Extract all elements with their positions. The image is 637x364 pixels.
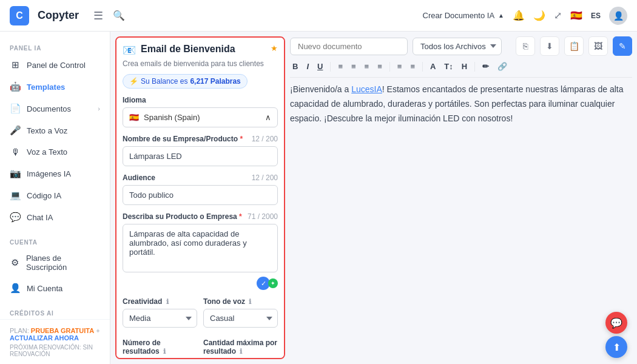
align-center-button[interactable]: ≡ (349, 61, 359, 72)
align-left-button[interactable]: ≡ (335, 61, 345, 72)
cantidad-info-icon: ℹ (240, 348, 242, 355)
download-icon-btn[interactable]: ⬇ (540, 36, 559, 56)
sidebar-label-imagenes-ia: Imágenes IA (27, 169, 71, 178)
describe-textarea[interactable]: Lámparas de alta capacidad de alumbrado,… (123, 224, 278, 272)
share-icon-btn[interactable]: 📋 (564, 36, 584, 56)
copy-icon-btn[interactable]: ⎘ (516, 36, 535, 56)
avatar[interactable]: 👤 (609, 7, 627, 25)
sidebar-item-chat-ia[interactable]: 💬 Chat IA (0, 206, 110, 228)
sidebar-item-codigo-ia[interactable]: 💻 Código IA (0, 184, 110, 206)
font-size-button[interactable]: T↕ (442, 61, 455, 72)
num-resultados-label: Número de resultados ℹ (123, 339, 197, 356)
chevron-up-icon: ∧ (265, 113, 271, 122)
tono-info-icon: ℹ (249, 298, 251, 305)
nombre-input[interactable] (123, 146, 278, 166)
sidebar-item-mi-cuenta[interactable]: 👤 Mi Cuenta (0, 277, 110, 299)
plans-icon: ⚙ (10, 257, 20, 268)
doc-icon: 📄 (10, 103, 21, 114)
creatividad-select[interactable]: Media (123, 309, 197, 328)
align-right-button[interactable]: ≡ (362, 61, 372, 72)
mic-icon: 🎤 (10, 125, 21, 136)
describe-group: Describa su Producto o Empresa * 71 / 20… (123, 212, 278, 290)
sidebar-item-templates[interactable]: 🤖 Templates (0, 76, 110, 98)
ordered-list-button[interactable]: ≡ (395, 61, 405, 72)
idioma-group: Idioma 🇪🇸 Spanish (Spain) ∧ (123, 96, 278, 127)
audience-input[interactable] (123, 185, 278, 205)
link-button[interactable]: 🔗 (495, 61, 510, 72)
float-chat-btn[interactable]: 💬 (605, 312, 627, 334)
main-area: 📧 Email de Bienvenida ★ Crea emails de b… (110, 32, 637, 364)
body-wrap: PANEL IA ⊞ Panel de Control 🤖 Templates … (0, 32, 637, 364)
sidebar-label-mi-cuenta: Mi Cuenta (27, 284, 62, 293)
panel-ia-label: PANEL IA (0, 39, 110, 54)
sidebar-label-codigo-ia: Código IA (27, 191, 61, 200)
ai-badge[interactable]: ✓ ✦ (257, 277, 278, 290)
chevron-right-icon: › (98, 105, 100, 112)
num-info-icon: ℹ (163, 348, 166, 355)
credits-renew-text: PRÓXIMA RENOVACIÓN: SIN RENOVACIÓN (10, 344, 100, 357)
sidebar-item-panel-control[interactable]: ⊞ Panel de Control (0, 54, 110, 76)
form-panel: 📧 Email de Bienvenida ★ Crea emails de b… (115, 36, 285, 359)
float-up-btn[interactable]: ⬆ (605, 336, 627, 358)
chat-float-icon[interactable]: 💬 (605, 312, 627, 334)
sidebar-item-imagenes-ia[interactable]: 📷 Imágenes IA (0, 163, 110, 184)
edit-icon-btn[interactable]: ✎ (613, 36, 632, 56)
align-justify-button[interactable]: ≡ (375, 61, 385, 72)
unordered-list-button[interactable]: ≡ (408, 61, 417, 72)
crear-documento-button[interactable]: Crear Documento IA ▲ (423, 11, 504, 20)
logo-icon: C (10, 6, 29, 25)
creatividad-label: Creatividad ℹ (123, 297, 197, 306)
search-icon[interactable]: 🔍 (113, 10, 125, 21)
tono-label: Tono de voz ℹ (203, 297, 278, 306)
archive-select[interactable]: Todos los Archivos (413, 38, 502, 55)
image-icon-btn[interactable]: 🖼 (588, 36, 608, 56)
moon-icon[interactable]: 🌙 (533, 10, 545, 21)
separator-2 (389, 62, 390, 72)
sidebar-item-documentos[interactable]: 📄 Documentos › (0, 98, 110, 120)
tono-select[interactable]: Casual (203, 309, 278, 328)
ai-sub-icon: ✦ (268, 278, 278, 288)
sidebar-item-voz-a-texto[interactable]: 🎙 Voz a Texto (0, 141, 110, 163)
bold-button[interactable]: B (290, 61, 300, 72)
font-color-button[interactable]: A (428, 61, 438, 72)
num-resultados-group: Número de resultados ℹ (123, 339, 197, 359)
code-icon: 💻 (10, 190, 21, 201)
editor-content: ¡Bienvenido/a a LucesIA! Estamos encanta… (290, 83, 632, 126)
lang-label: ES (591, 12, 601, 20)
luce-link[interactable]: LucesIA (351, 84, 382, 94)
sidebar-item-planes[interactable]: ⚙ Planes de Suscripción (0, 248, 110, 277)
sidebar-label-templates: Templates (27, 83, 65, 92)
separator-1 (330, 62, 331, 72)
nombre-label: Nombre de su Empresa/Producto * 12 / 200 (123, 135, 278, 143)
menu-icon[interactable]: ☰ (93, 9, 103, 22)
lang-select[interactable]: 🇪🇸 Spanish (Spain) ∧ (123, 107, 278, 127)
editor-area[interactable]: ¡Bienvenido/a a LucesIA! Estamos encanta… (290, 83, 632, 359)
sidebar-label-planes: Planes de Suscripción (26, 254, 100, 272)
sidebar-item-texto-a-voz[interactable]: 🎤 Texto a Voz (0, 120, 110, 141)
bell-icon[interactable]: 🔔 (513, 10, 525, 21)
spain-flag-icon: 🇪🇸 (129, 113, 139, 122)
separator-3 (422, 62, 423, 72)
cantidad-label: Cantidad máxima por resultado ℹ (203, 339, 278, 356)
scroll-up-icon[interactable]: ⬆ (605, 336, 627, 358)
pen-button[interactable]: ✏ (480, 61, 491, 72)
flag-icon: 🇪🇸 (570, 10, 582, 21)
separator-4 (474, 62, 475, 72)
form-header: 📧 Email de Bienvenida ★ (123, 44, 278, 57)
expand-icon[interactable]: ⤢ (554, 10, 562, 21)
grid-icon: ⊞ (10, 59, 21, 70)
bolt-icon: ⚡ (129, 77, 138, 86)
doc-name-input[interactable] (290, 38, 408, 55)
topnav: C Copyter ☰ 🔍 Crear Documento IA ▲ 🔔 🌙 ⤢… (0, 0, 637, 32)
form-title: Email de Bienvenida (141, 44, 235, 55)
audience-group: Audience 12 / 200 (123, 174, 278, 205)
sidebar-label-chat-ia: Chat IA (27, 213, 53, 222)
cuenta-label: CUENTA (0, 233, 110, 248)
heading-button[interactable]: H (459, 61, 470, 72)
email-icon: 📧 (123, 44, 136, 57)
italic-button[interactable]: I (304, 61, 311, 72)
underline-button[interactable]: U (315, 61, 325, 72)
audio-icon: 🎙 (10, 147, 21, 157)
sidebar-label-panel-control: Panel de Control (27, 61, 86, 70)
star-icon[interactable]: ★ (271, 44, 278, 53)
